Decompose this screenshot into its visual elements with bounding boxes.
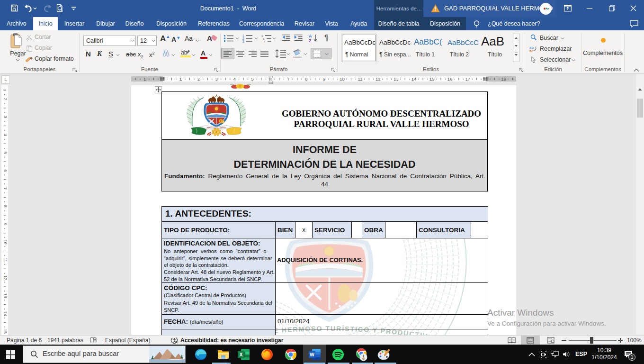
svg-text:7: 7: [3, 187, 8, 190]
svg-text:16: 16: [447, 76, 453, 82]
svg-text:1: 1: [143, 76, 146, 82]
svg-text:11: 11: [3, 258, 8, 262]
svg-text:10: 10: [340, 76, 345, 82]
svg-text:8: 8: [3, 205, 8, 208]
svg-text:9: 9: [323, 76, 325, 82]
svg-text:1: 1: [179, 76, 182, 82]
svg-text:W: W: [310, 352, 314, 357]
svg-text:11: 11: [358, 76, 362, 82]
svg-text:3: 3: [3, 116, 8, 118]
svg-text:4: 4: [3, 134, 8, 136]
svg-text:14: 14: [3, 311, 8, 316]
svg-text:3: 3: [242, 40, 244, 43]
svg-text:7: 7: [287, 76, 289, 82]
svg-text:8: 8: [305, 76, 307, 82]
svg-text:17: 17: [465, 76, 471, 82]
svg-text:A: A: [309, 34, 312, 38]
svg-text:9: 9: [3, 223, 8, 225]
svg-text:12: 12: [3, 275, 8, 280]
svg-text:2: 2: [197, 76, 200, 82]
svg-text:ac: ac: [529, 49, 533, 52]
svg-text:i: i: [264, 40, 265, 43]
svg-text:Z: Z: [309, 38, 312, 43]
svg-text:19: 19: [501, 76, 506, 82]
svg-text:15: 15: [3, 329, 8, 334]
svg-text:12: 12: [376, 76, 381, 82]
svg-text:10: 10: [3, 240, 8, 245]
svg-text:15: 15: [429, 76, 435, 82]
svg-text:6: 6: [3, 169, 8, 172]
svg-text:3: 3: [215, 76, 218, 82]
svg-text:X: X: [239, 352, 243, 357]
svg-text:2: 2: [3, 98, 8, 100]
svg-text:4: 4: [233, 76, 235, 82]
svg-text:5: 5: [251, 76, 253, 82]
svg-text:13: 13: [394, 76, 399, 82]
svg-text:13: 13: [3, 293, 8, 298]
svg-text:5: 5: [3, 152, 8, 154]
svg-text:14: 14: [411, 76, 417, 82]
